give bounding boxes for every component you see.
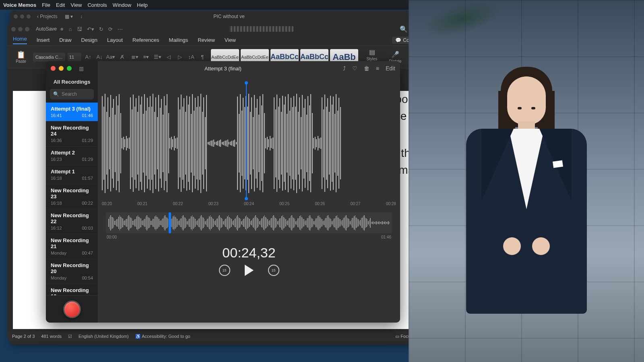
search-input[interactable]: 🔍Search xyxy=(50,89,94,99)
tab-home[interactable]: Home xyxy=(13,36,27,44)
back-button[interactable]: ‹ Projects xyxy=(37,14,58,19)
case-icon[interactable]: Aa▾ xyxy=(106,53,115,62)
tab-layout[interactable]: Layout xyxy=(107,37,123,43)
save-icon[interactable]: 🖫 xyxy=(77,26,82,32)
record-area xyxy=(46,295,98,323)
undo-icon[interactable]: ↶▾ xyxy=(87,26,94,32)
spell-icon[interactable]: ☑ xyxy=(68,334,72,339)
list-item[interactable]: New Recording 2316:1800:22 xyxy=(46,184,98,209)
redo-icon[interactable]: ↻ xyxy=(99,26,103,32)
recording-title: Attempt 3 (final) xyxy=(204,66,242,72)
skip-forward-button[interactable]: 15 xyxy=(268,265,279,276)
playback-pane: 00:2000:2100:2200:2300:2400:2500:2600:27… xyxy=(98,61,400,323)
doc-title-redacted xyxy=(229,26,293,32)
project-title: PIC without ve xyxy=(213,14,244,19)
pane-icon: ▤ xyxy=(369,48,375,56)
list-item[interactable]: Attempt 216:2301:29 xyxy=(46,146,98,165)
increase-font-icon[interactable]: A↑ xyxy=(84,53,93,62)
overview-playhead[interactable] xyxy=(169,212,171,233)
outdent-icon[interactable]: ◁ xyxy=(164,53,173,62)
autosave-toggle[interactable]: AutoSave xyxy=(36,26,57,32)
word-count[interactable]: 481 words xyxy=(41,334,62,339)
menu-file[interactable]: File xyxy=(42,2,50,8)
list-item[interactable]: New Recording 20Monday00:54 xyxy=(46,259,98,284)
overview-track[interactable] xyxy=(106,212,392,233)
tab-draw[interactable]: Draw xyxy=(59,37,71,43)
home-icon[interactable]: ⌂ xyxy=(69,26,72,32)
list-item[interactable]: New Recording 2416:3601:29 xyxy=(46,121,98,146)
status-bar: Page 2 of 3 481 words ☑ English (United … xyxy=(7,331,466,341)
clear-format-icon[interactable]: A̸ xyxy=(118,53,126,62)
tab-design[interactable]: Design xyxy=(81,37,97,43)
edit-button[interactable]: Edit xyxy=(386,65,395,72)
menu-help[interactable]: Help xyxy=(137,2,148,8)
maximize-button[interactable] xyxy=(67,66,72,71)
search-icon[interactable]: 🔍 xyxy=(400,25,408,33)
word-titlebar: AutoSave ● ⌂ 🖫 ↶▾ ↻ ⟳ ⋯ 🔍 Search (Cmd + … xyxy=(7,23,466,35)
sync-icon[interactable]: ⟳ xyxy=(108,26,113,32)
waveform[interactable]: 00:2000:2100:2200:2300:2400:2500:2600:27… xyxy=(98,79,400,208)
list-item[interactable]: New Recording 19Monday00:49 xyxy=(46,284,98,295)
indent-icon[interactable]: ▷ xyxy=(175,53,184,62)
play-button[interactable] xyxy=(245,265,254,276)
menu-window[interactable]: Window xyxy=(113,2,131,8)
multilevel-icon[interactable]: ☰▾ xyxy=(153,53,162,62)
person-figure xyxy=(458,64,595,346)
page-indicator[interactable]: Page 2 of 3 xyxy=(12,334,35,339)
voice-memos-window: ▥ Attempt 3 (final) ⤴ ♡ 🗑 ≡ Edit All Rec… xyxy=(46,61,400,323)
current-time: 00:24,32 xyxy=(98,245,400,261)
tab-review[interactable]: Review xyxy=(198,37,215,43)
video-panel xyxy=(409,0,644,362)
clipboard-icon: 📋 xyxy=(17,50,25,59)
recordings-list[interactable]: Attempt 3 (final)16:4101:46New Recording… xyxy=(46,103,98,295)
close-button[interactable] xyxy=(51,66,56,71)
font-size-select[interactable]: 11 xyxy=(68,53,81,62)
tab-references[interactable]: References xyxy=(132,37,159,43)
sidebar-toggle-icon[interactable]: ▥ xyxy=(79,66,84,72)
record-button[interactable] xyxy=(63,300,81,318)
grid-icon[interactable]: ▦ ▾ xyxy=(65,14,73,19)
overview-labels: 00:0001:46 xyxy=(98,235,400,239)
time-ticks: 00:2000:2100:2200:2300:2400:2500:2600:27… xyxy=(102,202,396,206)
numbering-icon[interactable]: ≡▾ xyxy=(142,53,151,62)
delete-icon[interactable]: 🗑 xyxy=(364,65,369,72)
recordings-sidebar: All Recordings 🔍Search Attempt 3 (final)… xyxy=(46,61,98,323)
menu-controls[interactable]: Controls xyxy=(87,2,107,8)
vm-titlebar: ▥ Attempt 3 (final) ⤴ ♡ 🗑 ≡ Edit xyxy=(46,61,400,76)
app-name: Voice Memos xyxy=(3,2,36,8)
sidebar-header: All Recordings xyxy=(46,76,98,89)
list-item[interactable]: New Recording 21Monday00:47 xyxy=(46,234,98,259)
more-icon[interactable]: ⋯ xyxy=(118,26,123,32)
search-icon: 🔍 xyxy=(53,91,59,97)
a11y-indicator[interactable]: ♿ Accessibility: Good to go xyxy=(135,334,190,339)
list-item[interactable]: New Recording 2216:1200:03 xyxy=(46,209,98,234)
mic-icon: 🎤 xyxy=(391,51,399,58)
playback-controls: 15 15 xyxy=(98,265,400,284)
minimize-button[interactable] xyxy=(59,66,64,71)
sort-icon[interactable]: ↕A xyxy=(187,53,196,62)
list-item[interactable]: Attempt 116:1801:57 xyxy=(46,165,98,184)
favorite-icon[interactable]: ♡ xyxy=(352,65,357,72)
tab-mailings[interactable]: Mailings xyxy=(169,37,188,43)
tab-insert[interactable]: Insert xyxy=(37,37,50,43)
paste-button[interactable]: 📋Paste xyxy=(13,48,29,66)
playhead[interactable] xyxy=(246,83,247,199)
ribbon-tabs: Home Insert Draw Design Layout Reference… xyxy=(7,35,466,46)
list-item[interactable]: Attempt 3 (final)16:4101:46 xyxy=(46,103,98,121)
decrease-font-icon[interactable]: A↓ xyxy=(95,53,104,62)
autosave-dot-icon: ● xyxy=(60,25,64,33)
list-icon[interactable]: ≡ xyxy=(376,65,379,72)
download-icon[interactable]: ↓ xyxy=(80,14,83,19)
share-icon[interactable]: ⤴ xyxy=(343,65,346,72)
language-indicator[interactable]: English (United Kingdom) xyxy=(78,334,129,339)
menu-edit[interactable]: Edit xyxy=(56,2,65,8)
comment-icon: 💬 xyxy=(395,37,401,43)
bullets-icon[interactable]: ≣▾ xyxy=(130,53,139,62)
tab-view[interactable]: View xyxy=(225,37,236,43)
menu-view[interactable]: View xyxy=(70,2,82,8)
font-select[interactable]: Cascadia C… xyxy=(33,53,65,62)
skip-back-button[interactable]: 15 xyxy=(219,265,230,276)
paragraph-icon[interactable]: ¶ xyxy=(198,53,207,62)
